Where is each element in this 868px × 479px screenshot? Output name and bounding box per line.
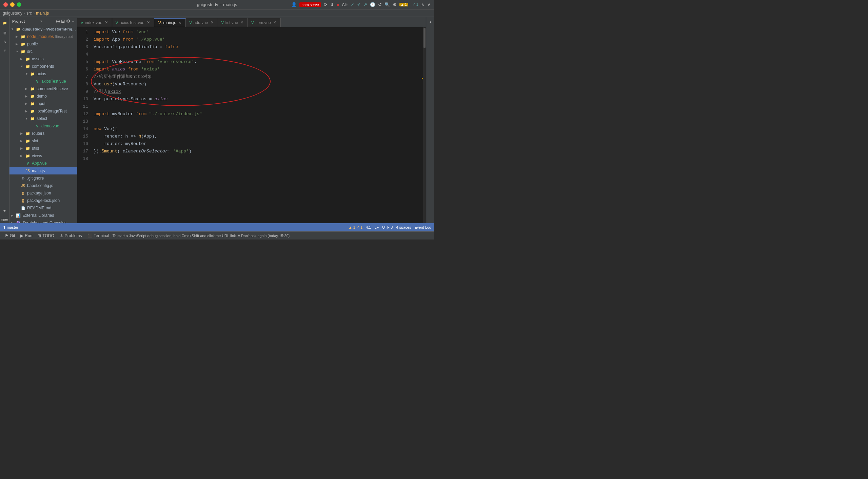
tree-item-public[interactable]: ▶ 📁 public xyxy=(9,40,77,48)
bottom-tab-terminal[interactable]: ⬛ Terminal xyxy=(85,232,111,239)
code-line-8: Vue.use(VueResource) xyxy=(94,81,423,88)
main-layout: 📁 ⊞ ✎ ⑂ ★ npm Project ▼ ◎ ⊟ ⚙ − ▼ 📁 guig… xyxy=(0,17,434,223)
breadcrumb-src[interactable]: src xyxy=(26,11,32,16)
tree-item-demo-vue[interactable]: V demo.vue xyxy=(9,122,77,130)
status-warning[interactable]: ▲ 1 ✓ 1 xyxy=(349,225,362,230)
install-icon[interactable]: ⬇ xyxy=(330,2,334,7)
tree-item-routers[interactable]: ▶ 📁 routers xyxy=(9,130,77,137)
activity-project[interactable]: 📁 xyxy=(1,19,8,26)
breadcrumb-project[interactable]: guigustudy xyxy=(3,11,22,16)
status-line-sep[interactable]: LF xyxy=(374,225,379,229)
tab-close-index[interactable]: ✕ xyxy=(104,20,108,25)
status-event-log[interactable]: Event Log xyxy=(414,225,431,229)
expand-icon[interactable]: ∧ xyxy=(421,2,425,7)
js-icon-main: JS xyxy=(25,168,31,173)
tree-item-node-modules[interactable]: ▶ 📁 node_modules library root xyxy=(9,33,77,40)
tree-item-scratches[interactable]: ▶ 🔮 Scratches and Consoles xyxy=(9,219,77,223)
status-encoding[interactable]: UTF-8 xyxy=(382,225,393,229)
tree-item-external-libs[interactable]: ▶ 📊 External Libraries xyxy=(9,212,77,219)
tab-close-item[interactable]: ✕ xyxy=(273,20,277,25)
tree-item-package-json[interactable]: {} package.json xyxy=(9,189,77,197)
locate-icon[interactable]: ◎ xyxy=(56,19,60,24)
tab-close-axiostest[interactable]: ✕ xyxy=(146,20,151,25)
tab-close-add[interactable]: ✕ xyxy=(210,20,214,25)
tree-item-root[interactable]: ▼ 📁 guigustudy ~/WebstormProjects/guigus… xyxy=(9,25,77,33)
activity-favorites[interactable]: ★ xyxy=(1,207,8,214)
user-icon[interactable]: 👤 xyxy=(291,2,297,7)
maximize-button[interactable] xyxy=(17,2,21,7)
code-editor[interactable]: import Vue from 'vue' import App from '.… xyxy=(91,27,423,223)
activity-structure[interactable]: ⊞ xyxy=(1,29,8,37)
tree-item-slot[interactable]: ▶ 📁 slot xyxy=(9,137,77,145)
minimize-button[interactable] xyxy=(10,2,15,7)
tab-index-vue[interactable]: V index.vue ✕ xyxy=(77,18,112,27)
revert-icon[interactable]: ↺ xyxy=(378,2,382,7)
tree-item-readme[interactable]: 📄 README.md xyxy=(9,204,77,212)
tree-item-select[interactable]: ▼ 📁 select xyxy=(9,115,77,122)
check-badge[interactable]: ✓ 1 xyxy=(412,2,418,7)
tree-item-assets[interactable]: ▶ 📁 assets xyxy=(9,55,77,63)
tab-axiostest-vue[interactable]: V axiosTest.vue ✕ xyxy=(112,18,154,27)
tree-item-main-js[interactable]: JS main.js xyxy=(9,167,77,174)
tab-main-js[interactable]: JS main.js ✕ xyxy=(154,18,186,27)
tree-item-babel-config[interactable]: JS babel.config.js xyxy=(9,182,77,189)
tree-item-app-vue[interactable]: V App.vue xyxy=(9,160,77,167)
git-push-icon[interactable]: ↗ xyxy=(363,2,367,7)
tree-item-package-lock[interactable]: {} package-lock.json xyxy=(9,197,77,204)
warning-badge[interactable]: ▲ 1 xyxy=(399,3,408,6)
tree-item-axiostest-vue[interactable]: V axiosTest.vue xyxy=(9,78,77,85)
sidebar-dropdown-icon[interactable]: ▼ xyxy=(40,20,43,23)
hide-sidebar-icon[interactable]: − xyxy=(72,19,74,24)
editor-scrollbar[interactable] xyxy=(423,27,426,223)
bottom-tab-todo[interactable]: ⊞ TODO xyxy=(36,232,56,239)
search-icon[interactable]: 🔍 xyxy=(384,2,390,7)
bottom-tab-git-label: Git xyxy=(10,233,15,238)
tree-item-localstorage[interactable]: ▶ 📁 localStorageTest xyxy=(9,107,77,115)
activity-vcs[interactable]: ⑂ xyxy=(1,47,8,54)
tree-item-utils[interactable]: ▶ 📁 utils xyxy=(9,145,77,152)
tab-close-main[interactable]: ✕ xyxy=(178,20,182,25)
options-icon[interactable]: ⚙ xyxy=(66,19,70,24)
tab-label-add: add.vue xyxy=(194,20,208,25)
bottom-tab-problems[interactable]: ⚠ Problems xyxy=(58,232,84,239)
status-line-col[interactable]: 4:1 xyxy=(366,225,371,229)
tree-label-external: External Libraries xyxy=(22,213,54,218)
tab-close-list[interactable]: ✕ xyxy=(240,20,244,25)
close-button[interactable] xyxy=(3,2,8,7)
right-activity-icon1[interactable]: ✦ xyxy=(427,18,434,26)
tree-arrow-commentreceive: ▶ xyxy=(25,87,30,90)
tree-item-commentreceive[interactable]: ▶ 📁 commentReceive xyxy=(9,85,77,92)
tab-list-vue[interactable]: V list.vue ✕ xyxy=(218,18,248,27)
history-icon[interactable]: 🕐 xyxy=(370,2,375,7)
code-line-13 xyxy=(94,118,423,125)
problems-icon-bottom: ⚠ xyxy=(60,233,63,238)
collapse-icon[interactable]: ∨ xyxy=(427,2,431,7)
titlebar-right: 👤 npm serve ⟳ ⬇ ■ Git: ✓ ✔ ↗ 🕐 ↺ 🔍 ⚙ ▲ 1… xyxy=(291,2,431,7)
tree-item-demo[interactable]: ▶ 📁 demo xyxy=(9,92,77,100)
refresh-icon[interactable]: ⟳ xyxy=(324,2,328,7)
tree-label-babel: babel.config.js xyxy=(27,183,53,188)
tree-item-gitignore[interactable]: ⚙ .gitignore xyxy=(9,174,77,182)
tree-arrow-input: ▶ xyxy=(25,102,30,105)
activity-npm[interactable]: npm xyxy=(1,216,8,223)
tree-item-components[interactable]: ▼ 📁 components xyxy=(9,63,77,70)
tree-item-src[interactable]: ▼ 📁 src xyxy=(9,48,77,55)
status-indent[interactable]: 4 spaces xyxy=(396,225,411,229)
breadcrumb-file[interactable]: main.js xyxy=(36,11,49,16)
tab-item-vue[interactable]: V item.vue ✕ xyxy=(248,18,281,27)
scrollbar-thumb[interactable] xyxy=(423,28,426,48)
settings-icon[interactable]: ⚙ xyxy=(393,2,397,7)
collapse-all-icon[interactable]: ⊟ xyxy=(61,19,65,24)
bottom-tab-git[interactable]: ⚑ Git xyxy=(3,232,17,239)
status-right: ▲ 1 ✓ 1 4:1 LF UTF-8 4 spaces Event Log xyxy=(349,225,431,230)
bottom-tab-run[interactable]: ▶ Run xyxy=(18,232,34,239)
tree-item-views[interactable]: ▶ 📁 views xyxy=(9,152,77,160)
activity-commit[interactable]: ✎ xyxy=(1,38,8,45)
tree-item-axios[interactable]: ▼ 📁 axios xyxy=(9,70,77,78)
tree-item-input[interactable]: ▶ 📁 input xyxy=(9,100,77,107)
npm-serve-badge[interactable]: npm serve xyxy=(299,2,321,7)
tree-label-app-vue: App.vue xyxy=(32,161,47,166)
tab-add-vue[interactable]: V add.vue ✕ xyxy=(186,18,218,27)
status-git[interactable]: ⬆ master xyxy=(3,225,18,230)
stop-icon[interactable]: ■ xyxy=(337,2,339,7)
